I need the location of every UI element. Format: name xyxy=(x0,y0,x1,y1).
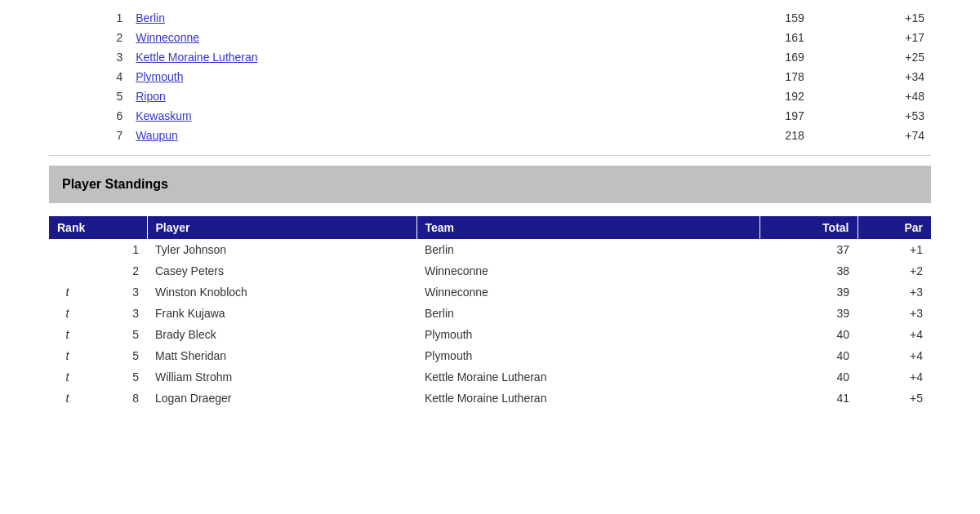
player-rank: 8 xyxy=(86,388,147,409)
team-name[interactable]: Ripon xyxy=(129,86,690,106)
player-total: 39 xyxy=(760,303,858,324)
player-tie: t xyxy=(49,345,86,366)
player-rank: 5 xyxy=(86,366,147,388)
team-par: +48 xyxy=(811,86,931,106)
player-table-container: Rank Player Team Total Par 1 Tyler Johns… xyxy=(49,216,931,409)
player-standings-row: t 3 Frank Kujawa Berlin 39 +3 xyxy=(49,303,931,324)
player-standings-row: 2 Casey Peters Winneconne 38 +2 xyxy=(49,260,931,281)
player-par: +5 xyxy=(858,388,931,409)
player-total: 40 xyxy=(760,366,858,388)
team-name[interactable]: Winneconne xyxy=(129,28,690,47)
player-standings-row: t 8 Logan Draeger Kettle Moraine Luthera… xyxy=(49,388,931,409)
player-standings-title: Player Standings xyxy=(62,177,168,191)
team-standings-row: 5 Ripon 192 +48 xyxy=(49,86,931,106)
team-score: 197 xyxy=(690,106,810,126)
player-table-header-row: Rank Player Team Total Par xyxy=(49,216,931,239)
team-rank: 6 xyxy=(49,106,129,126)
team-rank: 5 xyxy=(49,86,129,106)
player-par: +2 xyxy=(858,260,931,281)
player-par: +3 xyxy=(858,303,931,324)
player-name: Matt Sheridan xyxy=(147,345,416,366)
player-team: Winneconne xyxy=(416,281,760,303)
player-total: 40 xyxy=(760,324,858,345)
team-standings-row: 2 Winneconne 161 +17 xyxy=(49,28,931,47)
player-total: 41 xyxy=(760,388,858,409)
team-name[interactable]: Kettle Moraine Lutheran xyxy=(129,47,690,67)
team-standings-row: 1 Berlin 159 +15 xyxy=(49,8,931,28)
team-score: 218 xyxy=(690,126,810,145)
player-rank: 3 xyxy=(86,281,147,303)
team-par: +25 xyxy=(811,47,931,67)
team-par: +34 xyxy=(811,67,931,86)
player-tie: t xyxy=(49,324,86,345)
player-team: Kettle Moraine Lutheran xyxy=(416,388,760,409)
player-total: 39 xyxy=(760,281,858,303)
team-score: 192 xyxy=(690,86,810,106)
team-par: +74 xyxy=(811,126,931,145)
team-rank: 3 xyxy=(49,47,129,67)
section-divider xyxy=(49,155,931,156)
team-name[interactable]: Berlin xyxy=(129,8,690,28)
player-rank: 1 xyxy=(86,239,147,260)
team-name[interactable]: Waupun xyxy=(129,126,690,145)
col-header-par: Par xyxy=(858,216,931,239)
player-total: 40 xyxy=(760,345,858,366)
team-rank: 1 xyxy=(49,8,129,28)
player-total: 37 xyxy=(760,239,858,260)
player-name: Brady Bleck xyxy=(147,324,416,345)
team-rank: 7 xyxy=(49,126,129,145)
player-standings-row: 1 Tyler Johnson Berlin 37 +1 xyxy=(49,239,931,260)
team-standings-row: 6 Kewaskum 197 +53 xyxy=(49,106,931,126)
player-standings-row: t 5 Brady Bleck Plymouth 40 +4 xyxy=(49,324,931,345)
player-name: Logan Draeger xyxy=(147,388,416,409)
team-name[interactable]: Kewaskum xyxy=(129,106,690,126)
team-par: +17 xyxy=(811,28,931,47)
player-standings-row: t 5 Matt Sheridan Plymouth 40 +4 xyxy=(49,345,931,366)
player-team: Plymouth xyxy=(416,345,760,366)
player-standings-row: t 3 Winston Knobloch Winneconne 39 +3 xyxy=(49,281,931,303)
col-header-total: Total xyxy=(760,216,858,239)
player-par: +4 xyxy=(858,345,931,366)
player-name: William Strohm xyxy=(147,366,416,388)
team-score: 161 xyxy=(690,28,810,47)
team-name[interactable]: Plymouth xyxy=(129,67,690,86)
player-standings-table: Rank Player Team Total Par 1 Tyler Johns… xyxy=(49,216,931,409)
player-team: Winneconne xyxy=(416,260,760,281)
player-name: Frank Kujawa xyxy=(147,303,416,324)
player-par: +3 xyxy=(858,281,931,303)
player-name: Tyler Johnson xyxy=(147,239,416,260)
col-header-rank: Rank xyxy=(49,216,147,239)
player-rank: 2 xyxy=(86,260,147,281)
player-rank: 5 xyxy=(86,324,147,345)
team-standings-row: 7 Waupun 218 +74 xyxy=(49,126,931,145)
player-tie: t xyxy=(49,303,86,324)
team-score: 178 xyxy=(690,67,810,86)
player-standings-header: Player Standings xyxy=(49,166,931,203)
player-par: +4 xyxy=(858,366,931,388)
player-team: Kettle Moraine Lutheran xyxy=(416,366,760,388)
team-score: 169 xyxy=(690,47,810,67)
team-par: +53 xyxy=(811,106,931,126)
player-standings-row: t 5 William Strohm Kettle Moraine Luther… xyxy=(49,366,931,388)
team-standings-table: 1 Berlin 159 +15 2 Winneconne 161 +17 3 … xyxy=(49,8,931,145)
col-header-team: Team xyxy=(416,216,760,239)
player-team: Berlin xyxy=(416,239,760,260)
team-standings-row: 3 Kettle Moraine Lutheran 169 +25 xyxy=(49,47,931,67)
team-score: 159 xyxy=(690,8,810,28)
page-container: 1 Berlin 159 +15 2 Winneconne 161 +17 3 … xyxy=(0,0,980,425)
team-rank: 2 xyxy=(49,28,129,47)
player-name: Winston Knobloch xyxy=(147,281,416,303)
player-tie: t xyxy=(49,388,86,409)
team-par: +15 xyxy=(811,8,931,28)
player-team: Plymouth xyxy=(416,324,760,345)
player-par: +1 xyxy=(858,239,931,260)
player-par: +4 xyxy=(858,324,931,345)
player-rank: 3 xyxy=(86,303,147,324)
player-name: Casey Peters xyxy=(147,260,416,281)
player-rank: 5 xyxy=(86,345,147,366)
player-team: Berlin xyxy=(416,303,760,324)
col-header-player: Player xyxy=(147,216,416,239)
player-total: 38 xyxy=(760,260,858,281)
player-tie: t xyxy=(49,366,86,388)
team-standings-row: 4 Plymouth 178 +34 xyxy=(49,67,931,86)
